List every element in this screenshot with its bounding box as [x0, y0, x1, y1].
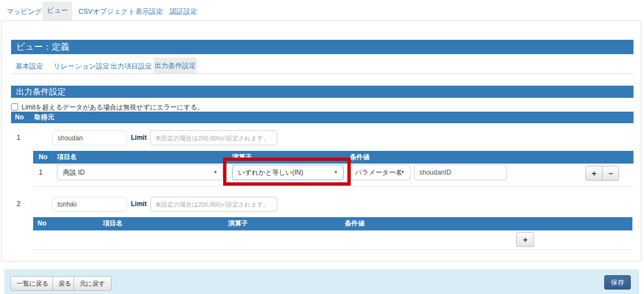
- header-field: 項目名: [57, 151, 77, 164]
- header-no: No: [15, 112, 24, 123]
- source-no: 2: [17, 200, 20, 208]
- chevron-down-icon: ▼: [334, 165, 338, 180]
- operator-select-value: いずれかと等しい(IN): [238, 169, 303, 176]
- tab-relation-settings[interactable]: リレーション設定: [54, 62, 109, 71]
- operator-select[interactable]: いずれかと等しい(IN) ▼: [232, 165, 344, 180]
- remove-condition-button[interactable]: −: [602, 166, 619, 181]
- source-table-header: No 取得元: [11, 112, 634, 123]
- add-condition-button[interactable]: +: [585, 166, 603, 181]
- page-title: ビュー：定義: [11, 40, 634, 54]
- source-name-input[interactable]: [52, 197, 127, 212]
- section-title: 出力条件設定: [11, 86, 634, 98]
- tab-basic-settings[interactable]: 基本設定: [15, 62, 43, 71]
- header-value: 条件値: [350, 151, 369, 164]
- tab-output-item-settings[interactable]: 出力項目設定: [110, 62, 152, 71]
- header-no: No: [38, 217, 46, 230]
- header-no: No: [39, 151, 47, 164]
- limit-input[interactable]: [150, 130, 277, 145]
- condition-value-input[interactable]: [414, 165, 507, 180]
- condition-table-header: No 項目名 演算子 条件値: [33, 151, 634, 164]
- field-select-value: 商談 ID: [63, 169, 85, 176]
- value-type-select-value: パラメーター名: [355, 169, 402, 176]
- header-source: 取得元: [34, 112, 54, 123]
- tab-display-settings[interactable]: 表示設定: [135, 7, 163, 17]
- limit-label: Limit: [131, 200, 147, 208]
- row-divider: [33, 249, 632, 250]
- source-name-input[interactable]: [52, 130, 127, 145]
- page: マッピング ビュー CSVオブジェクト 表示設定 認証設定 ビュー：定義 基本設…: [0, 0, 644, 294]
- undo-button[interactable]: 元に戻す: [73, 276, 112, 291]
- tab-auth-settings[interactable]: 認証設定: [170, 7, 197, 17]
- footer-bar: 一覧に戻る 戻る 元に戻す 保存: [4, 269, 639, 294]
- condition-table-header: No 項目名 演算子 条件値: [33, 217, 632, 230]
- limit-label: Limit: [131, 134, 147, 141]
- chevron-down-icon: ▼: [400, 165, 405, 180]
- tab-output-condition-settings[interactable]: 出力条件設定: [154, 57, 197, 74]
- add-condition-button[interactable]: +: [516, 232, 534, 247]
- view-definition-panel: ビュー：定義 基本設定 リレーション設定 出力項目設定 出力条件設定 出力条件設…: [1, 20, 641, 261]
- tab-mapping[interactable]: マッピング: [7, 7, 42, 17]
- source-no: 1: [17, 133, 20, 141]
- limit-input[interactable]: [150, 197, 277, 212]
- header-value: 条件値: [345, 217, 365, 230]
- sub-tab-divider: [11, 74, 634, 74]
- limit-error-checkbox-label: Limitを超えるデータがある場合は無視せずにエラーにする。: [22, 103, 204, 112]
- value-type-select[interactable]: パラメーター名 ▼: [349, 165, 410, 180]
- header-operator: 演算子: [228, 217, 248, 230]
- header-operator: 演算子: [232, 151, 252, 164]
- condition-row-actions: + −: [585, 166, 619, 181]
- condition-no: 1: [39, 168, 43, 176]
- tab-view[interactable]: ビュー: [43, 2, 72, 20]
- tab-csv-object[interactable]: CSVオブジェクト: [78, 7, 135, 17]
- header-field: 項目名: [103, 217, 123, 230]
- save-button[interactable]: 保存: [604, 275, 631, 290]
- row-divider: [33, 186, 634, 187]
- limit-error-checkbox[interactable]: [11, 103, 18, 111]
- field-select[interactable]: 商談 ID ▼: [57, 165, 223, 180]
- back-to-list-button[interactable]: 一覧に戻る: [10, 276, 55, 291]
- chevron-down-icon: ▼: [213, 165, 218, 180]
